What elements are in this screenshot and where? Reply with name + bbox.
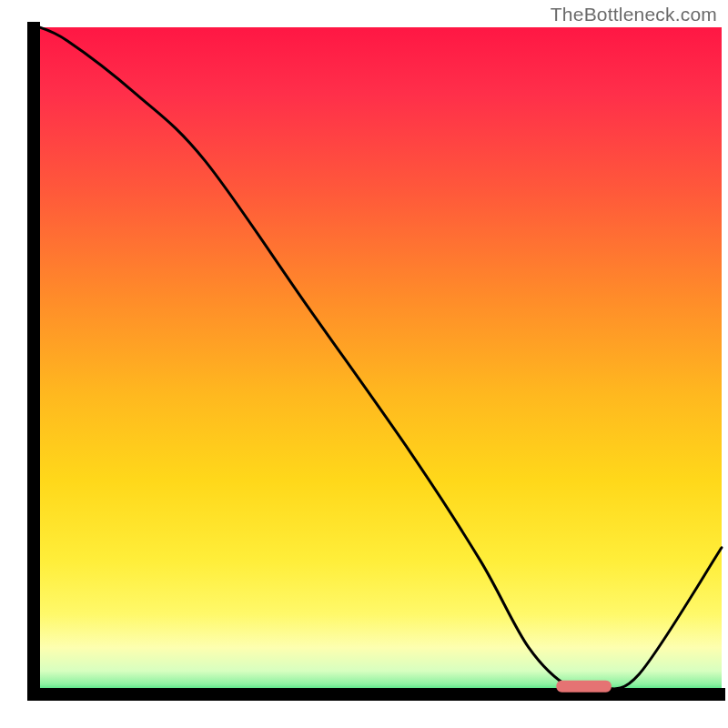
watermark-text: TheBottleneck.com xyxy=(551,4,717,25)
bottleneck-chart xyxy=(0,0,728,728)
plot-background xyxy=(33,27,722,694)
optimum-marker xyxy=(556,681,612,693)
